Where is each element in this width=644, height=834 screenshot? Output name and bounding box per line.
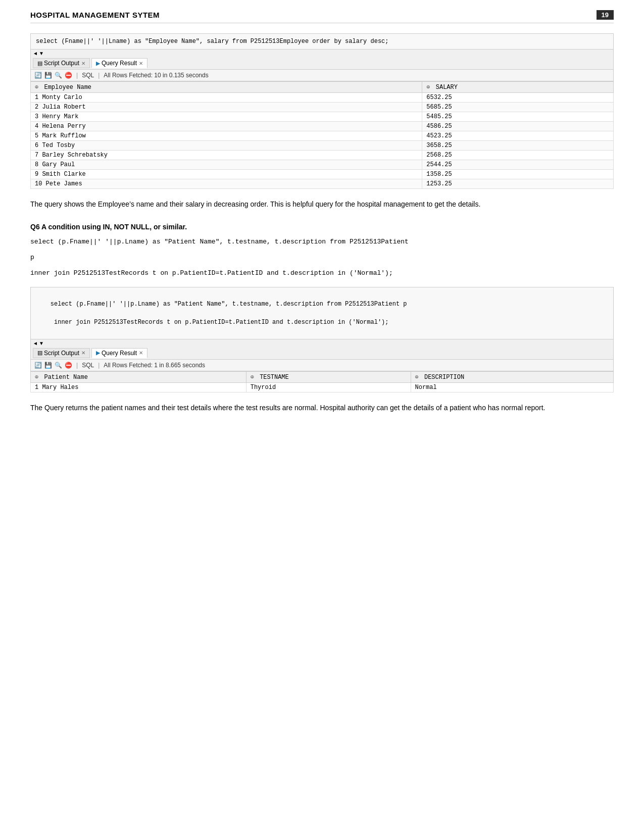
- scroll-left-icon-2[interactable]: ◄: [33, 340, 38, 346]
- tabs-bar-2: ▤ Script Output ✕ ▶ Query Result ✕: [30, 347, 614, 360]
- table-row: 3 Henry Mark 5485.25: [31, 112, 614, 122]
- script-output-icon-2: ▤: [37, 350, 42, 356]
- scroll-right-icon-2[interactable]: ▼: [39, 340, 44, 346]
- grid-header-row-1: ⊕ Employee Name ⊕ SALARY: [31, 82, 614, 93]
- cell-salary: 6532.25: [422, 93, 614, 103]
- save-icon-2[interactable]: 💾: [44, 361, 52, 369]
- q6-sql-line2: p: [30, 253, 614, 263]
- cell-employee-name: 10 Pete James: [31, 179, 422, 189]
- table-row: 7 Barley Schrebatsky 2568.25: [31, 151, 614, 160]
- cell-salary: 2544.25: [422, 160, 614, 170]
- refresh-icon-1[interactable]: 🔄: [34, 71, 42, 79]
- second-sql-line2: inner join P2512513TestRecords t on p.Pa…: [51, 319, 389, 326]
- tab-query-result-1[interactable]: ▶ Query Result ✕: [91, 58, 147, 68]
- cell-salary: 5685.25: [422, 103, 614, 112]
- cell-salary: 4523.25: [422, 131, 614, 141]
- tab-label-query-2: Query Result: [102, 350, 137, 357]
- cell-salary: 4586.25: [422, 122, 614, 131]
- cell-employee-name: 2 Julia Robert: [31, 103, 422, 112]
- grid-header-row-2: ⊕ Patient Name ⊕ TESTNAME ⊕ DESCRIPTION: [31, 371, 614, 382]
- tab-close-script-2[interactable]: ✕: [81, 350, 85, 356]
- cell-employee-name: 3 Henry Mark: [31, 112, 422, 122]
- table-row: 8 Gary Paul 2544.25: [31, 160, 614, 170]
- cell-salary: 2568.25: [422, 151, 614, 160]
- cell-employee-name: 9 Smith Clarke: [31, 170, 422, 179]
- table-row: 2 Julia Robert 5685.25: [31, 103, 614, 112]
- stop-icon-2[interactable]: ⛔: [64, 361, 72, 369]
- col-header-employee: ⊕ Employee Name: [31, 82, 422, 93]
- separator-4: |: [98, 362, 100, 369]
- results-toolbar-2: 🔄 💾 🔍 ⛔ | SQL | All Rows Fetched: 1 in 8…: [30, 360, 614, 371]
- cell-salary: 1358.25: [422, 170, 614, 179]
- tab-script-output-2[interactable]: ▤ Script Output ✕: [33, 348, 90, 358]
- first-sql-code: select (Fname||' '||Lname) as "Employee …: [30, 33, 614, 50]
- sql-label-2: SQL: [82, 362, 94, 369]
- cell-employee-name: 4 Helena Perry: [31, 122, 422, 131]
- table-row: 10 Pete James 1253.25: [31, 179, 614, 189]
- save-icon-1[interactable]: 💾: [44, 71, 52, 79]
- fetch-info-2: All Rows Fetched: 1 in 8.665 seconds: [104, 362, 205, 369]
- page-header: HOSPITAL MANAGEMENT SYTEM 19: [30, 10, 614, 23]
- page-title: HOSPITAL MANAGEMENT SYTEM: [30, 11, 160, 19]
- col-header-testname: ⊕ TESTNAME: [246, 371, 411, 382]
- q6-sql-line1: select (p.Fname||' '||p.Lname) as "Patie…: [30, 237, 614, 248]
- table-row: 4 Helena Perry 4586.25: [31, 122, 614, 131]
- separator-1: |: [76, 72, 78, 79]
- tab-query-result-2[interactable]: ▶ Query Result ✕: [91, 348, 147, 358]
- page-number: 19: [597, 10, 614, 20]
- cell-employee-name: 6 Ted Tosby: [31, 141, 422, 151]
- second-query-panel: select (p.Fname||' '||p.Lname) as "Patie…: [30, 287, 614, 393]
- cell-employee-name: 8 Gary Paul: [31, 160, 422, 170]
- fetch-info-1: All Rows Fetched: 10 in 0.135 seconds: [104, 72, 208, 79]
- script-output-icon-1: ▤: [37, 60, 42, 67]
- second-sql-code: select (p.Fname||' '||p.Lname) as "Patie…: [30, 287, 614, 339]
- cell-salary: 3658.25: [422, 141, 614, 151]
- sql-label-1: SQL: [82, 72, 94, 79]
- filter-icon-2[interactable]: 🔍: [54, 361, 62, 369]
- table-row: 1 Mary Hales Thyroid Normal: [31, 382, 614, 392]
- cell-salary: 5485.25: [422, 112, 614, 122]
- cell-patient-name: 1 Mary Hales: [31, 382, 246, 392]
- paragraph-2: The Query returns the patient names and …: [30, 402, 614, 414]
- q6-heading: Q6 A condition using IN, NOT NULL, or si…: [30, 223, 614, 231]
- paragraph-1: The query shows the Employee’s name and …: [30, 198, 614, 211]
- tab-label-query-1: Query Result: [102, 60, 137, 67]
- cell-employee-name: 7 Barley Schrebatsky: [31, 151, 422, 160]
- col-header-patient: ⊕ Patient Name: [31, 371, 246, 382]
- result-grid-1: ⊕ Employee Name ⊕ SALARY 1 Monty Carlo 6…: [30, 81, 614, 189]
- tab-close-query-1[interactable]: ✕: [139, 61, 143, 66]
- col-header-description: ⊕ DESCRIPTION: [411, 371, 613, 382]
- cell-description: Normal: [411, 382, 613, 392]
- tab-label-script-1: Script Output: [44, 60, 79, 67]
- table-row: 5 Mark Rufflow 4523.25: [31, 131, 614, 141]
- col-sort-icon-employee[interactable]: ⊕: [35, 84, 38, 91]
- first-query-panel: select (Fname||' '||Lname) as "Employee …: [30, 33, 614, 189]
- result-grid-2: ⊕ Patient Name ⊕ TESTNAME ⊕ DESCRIPTION …: [30, 371, 614, 393]
- cell-salary: 1253.25: [422, 179, 614, 189]
- scroll-left-icon[interactable]: ◄: [33, 51, 38, 56]
- cell-testname: Thyroid: [246, 382, 411, 392]
- cell-employee-name: 5 Mark Rufflow: [31, 131, 422, 141]
- tab-close-script-1[interactable]: ✕: [81, 61, 85, 66]
- col-sort-icon-patient[interactable]: ⊕: [35, 374, 38, 381]
- query-result-icon-1: ▶: [96, 60, 100, 67]
- col-sort-icon-testname[interactable]: ⊕: [251, 374, 254, 381]
- col-sort-icon-desc[interactable]: ⊕: [415, 374, 419, 381]
- query-result-icon-2: ▶: [96, 350, 100, 356]
- table-row: 1 Monty Carlo 6532.25: [31, 93, 614, 103]
- refresh-icon-2[interactable]: 🔄: [34, 361, 42, 369]
- separator-2: |: [98, 72, 100, 79]
- scroll-right-icon[interactable]: ▼: [39, 51, 44, 56]
- filter-icon-1[interactable]: 🔍: [54, 71, 62, 79]
- second-sql-line1: select (p.Fname||' '||p.Lname) as "Patie…: [51, 301, 407, 308]
- tabs-bar-1: ▤ Script Output ✕ ▶ Query Result ✕: [30, 57, 614, 70]
- table-row: 6 Ted Tosby 3658.25: [31, 141, 614, 151]
- q6-sql-line3: inner join P2512513TestRecords t on p.Pa…: [30, 268, 614, 279]
- tab-label-script-2: Script Output: [44, 350, 79, 357]
- tab-script-output-1[interactable]: ▤ Script Output ✕: [33, 58, 90, 68]
- tab-close-query-2[interactable]: ✕: [139, 350, 143, 356]
- col-header-salary: ⊕ SALARY: [422, 82, 614, 93]
- stop-icon-1[interactable]: ⛔: [64, 71, 72, 79]
- col-sort-icon-salary[interactable]: ⊕: [426, 84, 430, 91]
- cell-employee-name: 1 Monty Carlo: [31, 93, 422, 103]
